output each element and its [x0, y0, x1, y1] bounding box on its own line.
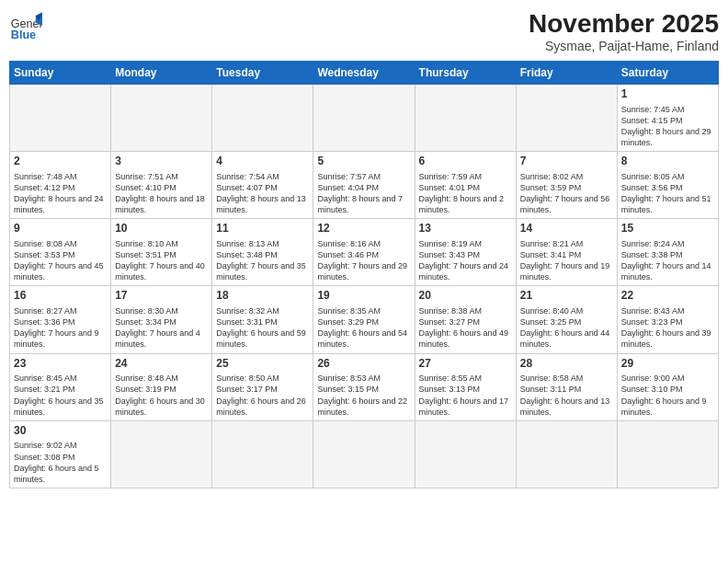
- month-title: November 2025: [529, 9, 719, 39]
- day-info: Sunrise: 8:53 AM Sunset: 3:15 PM Dayligh…: [317, 373, 410, 418]
- day-info: Sunrise: 8:58 AM Sunset: 3:11 PM Dayligh…: [520, 373, 613, 418]
- calendar-cell: [212, 85, 313, 152]
- day-info: Sunrise: 7:45 AM Sunset: 4:15 PM Dayligh…: [621, 104, 714, 149]
- day-info: Sunrise: 8:43 AM Sunset: 3:23 PM Dayligh…: [621, 305, 714, 350]
- day-info: Sunrise: 7:51 AM Sunset: 4:10 PM Dayligh…: [115, 171, 208, 216]
- day-info: Sunrise: 8:32 AM Sunset: 3:31 PM Dayligh…: [216, 305, 309, 350]
- calendar-cell: 12Sunrise: 8:16 AM Sunset: 3:46 PM Dayli…: [313, 219, 415, 286]
- day-info: Sunrise: 8:16 AM Sunset: 3:46 PM Dayligh…: [317, 238, 410, 283]
- calendar-cell: 3Sunrise: 7:51 AM Sunset: 4:10 PM Daylig…: [111, 152, 212, 219]
- calendar-cell: 22Sunrise: 8:43 AM Sunset: 3:23 PM Dayli…: [617, 286, 718, 353]
- calendar-cell: 27Sunrise: 8:55 AM Sunset: 3:13 PM Dayli…: [415, 353, 516, 420]
- day-info: Sunrise: 8:40 AM Sunset: 3:25 PM Dayligh…: [520, 305, 613, 350]
- day-info: Sunrise: 8:02 AM Sunset: 3:59 PM Dayligh…: [520, 171, 613, 216]
- calendar-cell: 11Sunrise: 8:13 AM Sunset: 3:48 PM Dayli…: [212, 219, 313, 286]
- calendar-cell: 25Sunrise: 8:50 AM Sunset: 3:17 PM Dayli…: [212, 353, 313, 420]
- svg-text:Blue: Blue: [11, 29, 36, 41]
- calendar-cell: 28Sunrise: 8:58 AM Sunset: 3:11 PM Dayli…: [516, 353, 617, 420]
- day-info: Sunrise: 8:13 AM Sunset: 3:48 PM Dayligh…: [216, 238, 309, 283]
- day-number: 8: [621, 155, 714, 169]
- location: Sysmae, Paijat-Hame, Finland: [529, 39, 719, 53]
- calendar-cell: [212, 420, 313, 488]
- day-info: Sunrise: 9:00 AM Sunset: 3:10 PM Dayligh…: [621, 373, 714, 418]
- calendar-cell: 2Sunrise: 7:48 AM Sunset: 4:12 PM Daylig…: [10, 152, 111, 219]
- day-number: 1: [621, 87, 714, 102]
- calendar-cell: [415, 420, 516, 488]
- calendar-cell: 14Sunrise: 8:21 AM Sunset: 3:41 PM Dayli…: [516, 219, 617, 286]
- day-info: Sunrise: 8:08 AM Sunset: 3:53 PM Dayligh…: [14, 238, 107, 283]
- day-info: Sunrise: 7:57 AM Sunset: 4:04 PM Dayligh…: [317, 171, 410, 216]
- day-number: 7: [520, 155, 613, 169]
- day-info: Sunrise: 8:24 AM Sunset: 3:38 PM Dayligh…: [621, 238, 714, 283]
- day-info: Sunrise: 8:48 AM Sunset: 3:19 PM Dayligh…: [115, 373, 208, 418]
- calendar-header-row: SundayMondayTuesdayWednesdayThursdayFrid…: [10, 62, 719, 85]
- calendar-cell: 16Sunrise: 8:27 AM Sunset: 3:36 PM Dayli…: [10, 286, 111, 353]
- day-number: 6: [419, 155, 512, 169]
- day-number: 5: [317, 155, 410, 169]
- calendar-cell: 23Sunrise: 8:45 AM Sunset: 3:21 PM Dayli…: [10, 353, 111, 420]
- day-info: Sunrise: 8:55 AM Sunset: 3:13 PM Dayligh…: [419, 373, 512, 418]
- day-info: Sunrise: 8:35 AM Sunset: 3:29 PM Dayligh…: [317, 305, 410, 350]
- calendar-header-monday: Monday: [111, 62, 212, 85]
- calendar-header-friday: Friday: [516, 62, 617, 85]
- calendar-cell: [617, 420, 718, 488]
- calendar-cell: 15Sunrise: 8:24 AM Sunset: 3:38 PM Dayli…: [617, 219, 718, 286]
- calendar-cell: [516, 420, 617, 488]
- day-number: 13: [419, 222, 512, 236]
- day-number: 30: [14, 424, 107, 439]
- calendar-cell: 4Sunrise: 7:54 AM Sunset: 4:07 PM Daylig…: [212, 152, 313, 219]
- calendar-header-thursday: Thursday: [415, 62, 516, 85]
- day-info: Sunrise: 8:45 AM Sunset: 3:21 PM Dayligh…: [14, 373, 107, 418]
- day-info: Sunrise: 8:38 AM Sunset: 3:27 PM Dayligh…: [419, 305, 512, 350]
- page-header: General Blue November 2025 Sysmae, Paija…: [9, 9, 719, 53]
- day-number: 14: [520, 222, 613, 236]
- calendar-cell: [111, 85, 212, 152]
- calendar-cell: 1Sunrise: 7:45 AM Sunset: 4:15 PM Daylig…: [617, 85, 718, 152]
- calendar-cell: 19Sunrise: 8:35 AM Sunset: 3:29 PM Dayli…: [313, 286, 415, 353]
- calendar-header-saturday: Saturday: [617, 62, 718, 85]
- calendar-cell: 29Sunrise: 9:00 AM Sunset: 3:10 PM Dayli…: [617, 353, 718, 420]
- calendar-cell: 8Sunrise: 8:05 AM Sunset: 3:56 PM Daylig…: [617, 152, 718, 219]
- day-info: Sunrise: 8:10 AM Sunset: 3:51 PM Dayligh…: [115, 238, 208, 283]
- day-number: 10: [115, 222, 208, 236]
- day-number: 24: [115, 357, 208, 372]
- day-number: 29: [621, 357, 714, 372]
- day-number: 26: [317, 357, 410, 372]
- calendar-cell: [516, 85, 617, 152]
- calendar-cell: 21Sunrise: 8:40 AM Sunset: 3:25 PM Dayli…: [516, 286, 617, 353]
- day-number: 9: [14, 222, 107, 236]
- day-number: 11: [216, 222, 309, 236]
- day-number: 3: [115, 155, 208, 169]
- calendar-cell: 30Sunrise: 9:02 AM Sunset: 3:08 PM Dayli…: [10, 420, 111, 488]
- day-number: 12: [317, 222, 410, 236]
- calendar-cell: [313, 85, 415, 152]
- day-info: Sunrise: 8:19 AM Sunset: 3:43 PM Dayligh…: [419, 238, 512, 283]
- calendar: SundayMondayTuesdayWednesdayThursdayFrid…: [9, 61, 719, 488]
- calendar-header-wednesday: Wednesday: [313, 62, 415, 85]
- calendar-cell: 20Sunrise: 8:38 AM Sunset: 3:27 PM Dayli…: [415, 286, 516, 353]
- calendar-cell: [111, 420, 212, 488]
- calendar-cell: 5Sunrise: 7:57 AM Sunset: 4:04 PM Daylig…: [313, 152, 415, 219]
- day-number: 25: [216, 357, 309, 372]
- day-number: 4: [216, 155, 309, 169]
- calendar-header-tuesday: Tuesday: [212, 62, 313, 85]
- day-number: 18: [216, 289, 309, 304]
- logo-icon: General Blue: [9, 9, 42, 42]
- calendar-cell: 13Sunrise: 8:19 AM Sunset: 3:43 PM Dayli…: [415, 219, 516, 286]
- calendar-header-sunday: Sunday: [10, 62, 111, 85]
- day-info: Sunrise: 7:54 AM Sunset: 4:07 PM Dayligh…: [216, 171, 309, 216]
- day-number: 21: [520, 289, 613, 304]
- day-info: Sunrise: 8:05 AM Sunset: 3:56 PM Dayligh…: [621, 171, 714, 216]
- day-info: Sunrise: 8:50 AM Sunset: 3:17 PM Dayligh…: [216, 373, 309, 418]
- calendar-cell: 24Sunrise: 8:48 AM Sunset: 3:19 PM Dayli…: [111, 353, 212, 420]
- calendar-cell: 6Sunrise: 7:59 AM Sunset: 4:01 PM Daylig…: [415, 152, 516, 219]
- day-number: 27: [419, 357, 512, 372]
- calendar-cell: [415, 85, 516, 152]
- calendar-cell: 9Sunrise: 8:08 AM Sunset: 3:53 PM Daylig…: [10, 219, 111, 286]
- day-number: 22: [621, 289, 714, 304]
- calendar-cell: 7Sunrise: 8:02 AM Sunset: 3:59 PM Daylig…: [516, 152, 617, 219]
- day-info: Sunrise: 8:30 AM Sunset: 3:34 PM Dayligh…: [115, 305, 208, 350]
- day-number: 17: [115, 289, 208, 304]
- calendar-cell: 18Sunrise: 8:32 AM Sunset: 3:31 PM Dayli…: [212, 286, 313, 353]
- day-info: Sunrise: 9:02 AM Sunset: 3:08 PM Dayligh…: [14, 440, 107, 485]
